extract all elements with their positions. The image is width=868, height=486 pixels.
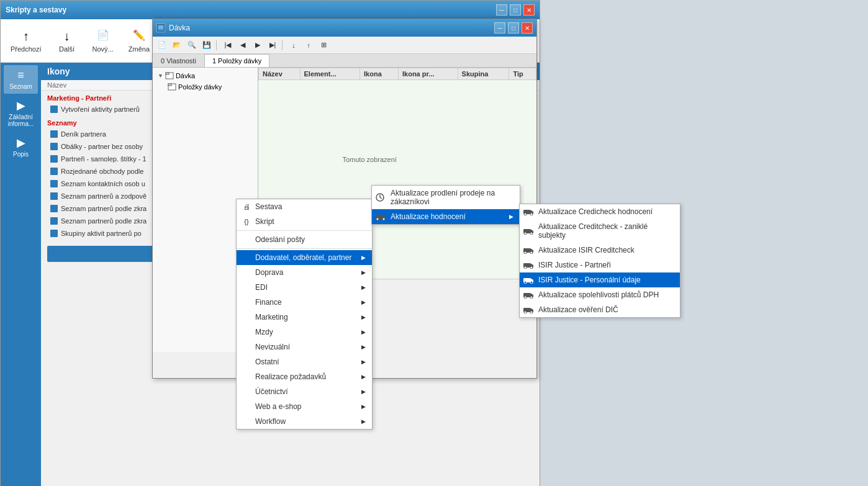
- submenu2-item-overeni-dic[interactable]: Aktualizace ověření DIČ: [520, 302, 680, 317]
- tab-vlastnosti[interactable]: 0 Vlastnosti: [153, 54, 204, 67]
- inner-up-btn[interactable]: ↑: [302, 39, 315, 52]
- list-icon-vytvoreni: [50, 105, 58, 114]
- tree-item-polozky[interactable]: Položky dávky: [155, 81, 255, 92]
- context-label-finance: Finance: [255, 298, 282, 307]
- inner-down-btn[interactable]: ↓: [287, 39, 301, 52]
- inner-title-left: Dávka: [156, 24, 190, 32]
- next-label: Další: [59, 45, 75, 53]
- svg-point-12: [382, 218, 385, 220]
- outer-minimize-btn[interactable]: ─: [496, 4, 507, 16]
- inner-save-btn[interactable]: 💾: [200, 39, 214, 52]
- inner-close-btn[interactable]: ✕: [522, 22, 533, 34]
- data-table: Název Element... Ikona Ikona pr... Skupi…: [258, 68, 536, 80]
- context-label-ucetnictvi: Účetnictví: [255, 387, 288, 396]
- inner-window-title: Dávka: [169, 24, 190, 32]
- next-button[interactable]: ↓ Další: [52, 27, 83, 55]
- inner-maximize-btn[interactable]: □: [508, 22, 519, 34]
- tree-label-polozky: Položky dávky: [178, 83, 222, 91]
- tree-item-davka[interactable]: ▼ Dávka: [155, 70, 255, 81]
- submenu2-label-creditcheck-zanikle: Aktualizace Creditcheck - zaniklé subjek…: [538, 222, 674, 240]
- new-button[interactable]: 📄 Nový...: [88, 27, 119, 55]
- svg-point-11: [376, 218, 379, 220]
- context-divider-1: [237, 230, 372, 231]
- submenu1-item-aktualizace-hodnoceni[interactable]: Aktualizace hodnocení ▶: [372, 209, 520, 224]
- hodnoceni-arrow-icon: ▶: [509, 214, 513, 220]
- submenu2-item-isir-creditcheck[interactable]: Aktualizace ISIR Creditcheck: [520, 243, 680, 258]
- table-empty-message: Tomuto zobrazení: [342, 156, 396, 163]
- edit-button[interactable]: ✏️ Změna: [124, 27, 155, 55]
- prev-label: Předchozí: [11, 45, 42, 53]
- workflow-arrow-icon: ▶: [361, 418, 366, 425]
- context-item-web[interactable]: Web a e-shop ▶: [237, 399, 372, 414]
- sidebar-item-seznam[interactable]: ≡ Seznam: [4, 65, 38, 94]
- inner-play-btn[interactable]: ▶: [251, 39, 264, 52]
- seznam-icon: ≡: [6, 69, 35, 82]
- submenu2-item-spolehlivost[interactable]: Aktualizace spolehlivosti plátců DPH: [520, 287, 680, 302]
- inner-grid-btn[interactable]: ⊞: [317, 39, 330, 52]
- list-icon-zkra1: [50, 204, 58, 213]
- list-label-obalky: Obálky - partner bez osoby: [61, 143, 143, 150]
- svg-rect-5: [168, 84, 171, 86]
- svg-rect-3: [166, 73, 169, 74]
- svg-rect-1: [158, 25, 163, 29]
- list-label-denik: Deník partnera: [61, 130, 106, 138]
- inner-open-btn[interactable]: 📂: [170, 39, 184, 52]
- inner-search-btn[interactable]: 🔍: [185, 39, 199, 52]
- svg-point-16: [530, 213, 533, 215]
- svg-point-19: [524, 232, 527, 235]
- finance-arrow-icon: ▶: [361, 299, 366, 305]
- prev-icon: ↑: [19, 29, 34, 44]
- inner-new-btn[interactable]: 📄: [155, 39, 169, 52]
- submenu2-item-isir-justice-personal[interactable]: ISIR Justice - Personální údaje: [520, 272, 680, 287]
- tree-arrow-davka: ▼: [158, 73, 163, 79]
- context-item-edi[interactable]: EDI ▶: [237, 280, 372, 295]
- submenu2-item-isir-justice-partneri[interactable]: ISIR Justice - Partneři: [520, 258, 680, 272]
- context-item-nevizualni[interactable]: Nevizuální ▶: [237, 340, 372, 354]
- submenu1-item-aktualizace-prodleni[interactable]: Aktualizace prodlení prodeje na zákazník…: [372, 186, 520, 209]
- list-label-partneri: Partneři - samolep. štítky - 1: [61, 155, 147, 163]
- inner-minimize-btn[interactable]: ─: [494, 22, 505, 34]
- col-header-skupina: Skupina: [458, 68, 509, 80]
- truck-icon-isir-creditcheck: [523, 246, 533, 254]
- list-icon-partneru: [50, 192, 58, 200]
- sidebar-item-popis[interactable]: ▶ Popis: [4, 132, 38, 161]
- submenu2-label-isir-personal: ISIR Justice - Personální údaje: [538, 276, 641, 284]
- context-label-marketing: Marketing: [255, 313, 288, 322]
- svg-point-15: [524, 213, 527, 215]
- context-item-skript[interactable]: {} Skript: [237, 214, 372, 229]
- submenu2-item-credicheck[interactable]: Aktualizace Credicheck hodnocení: [520, 204, 680, 219]
- submenu1-label-prodleni: Aktualizace prodlení prodeje na zákazník…: [391, 189, 513, 206]
- context-item-odesilani[interactable]: Odeslání pošty: [237, 232, 372, 247]
- ucetnictvi-arrow-icon: ▶: [361, 389, 366, 395]
- context-item-finance[interactable]: Finance ▶: [237, 295, 372, 310]
- list-icon-denik: [50, 130, 58, 138]
- list-label-zkra2: Seznam partnerů podle zkra: [61, 217, 147, 225]
- context-label-web: Web a e-shop: [255, 402, 302, 411]
- prev-button[interactable]: ↑ Předchozí: [6, 27, 47, 55]
- sidebar-label-popis: Popis: [13, 151, 29, 158]
- inner-prev-btn[interactable]: ◀: [236, 39, 250, 52]
- context-label-doprava: Doprava: [255, 268, 283, 277]
- sidebar-item-zakladni[interactable]: ▶ Základní informa...: [4, 95, 38, 131]
- outer-close-btn[interactable]: ✕: [523, 4, 535, 16]
- context-item-workflow[interactable]: Workflow ▶: [237, 414, 372, 429]
- outer-window-title: Skripty a sestavy: [6, 6, 66, 14]
- inner-first-btn[interactable]: |◀: [221, 39, 235, 52]
- outer-maximize-btn[interactable]: □: [510, 4, 521, 16]
- context-item-dodavatel[interactable]: Dodavatel, odběratel, partner ▶: [237, 250, 372, 265]
- context-item-realizace[interactable]: Realizace požadavků ▶: [237, 369, 372, 384]
- context-item-sestava[interactable]: 🖨 Sestava: [237, 199, 372, 214]
- tab-polozky[interactable]: 1 Položky dávky: [204, 54, 269, 67]
- context-label-ostatni: Ostatní: [255, 358, 279, 366]
- context-item-mzdy[interactable]: Mzdy ▶: [237, 325, 372, 340]
- context-item-marketing[interactable]: Marketing ▶: [237, 310, 372, 325]
- submenu2-item-creditcheck-zanikle[interactable]: Aktualizace Creditcheck - zaniklé subjek…: [520, 219, 680, 243]
- inner-win-controls: ─ □ ✕: [494, 22, 533, 34]
- context-item-ostatni[interactable]: Ostatní ▶: [237, 354, 372, 369]
- context-item-ucetnictvi[interactable]: Účetnictví ▶: [237, 384, 372, 399]
- list-label-skupiny: Skupiny aktivit partnerů po: [61, 230, 142, 237]
- context-item-doprava[interactable]: Doprava ▶: [237, 265, 372, 280]
- sidebar: ≡ Seznam ▶ Základní informa... ▶ Popis: [1, 63, 41, 486]
- inner-last-btn[interactable]: ▶|: [266, 39, 279, 52]
- list-label-vytvoreni: Vytvoření aktivity partnerů: [61, 106, 140, 113]
